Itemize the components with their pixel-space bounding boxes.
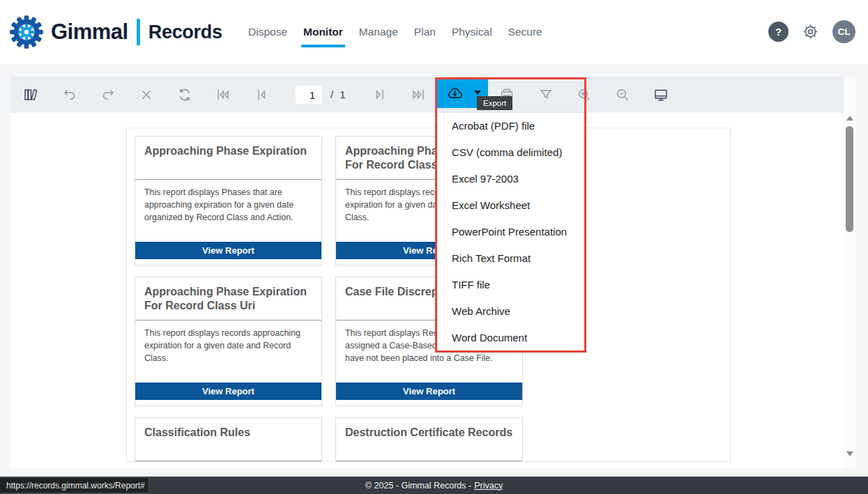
nav-item[interactable]: Plan bbox=[413, 23, 436, 41]
zoom-in-icon[interactable] bbox=[576, 86, 593, 103]
scroll-up-arrow-icon[interactable] bbox=[846, 116, 853, 121]
page-total-label: /1 bbox=[330, 86, 346, 104]
document-map-icon[interactable] bbox=[22, 86, 39, 103]
nav-item[interactable]: Manage bbox=[358, 23, 399, 41]
export-menu-item[interactable]: Acrobat (PDF) file bbox=[436, 113, 584, 139]
report-toolbar bbox=[10, 77, 844, 113]
print-layout-icon[interactable] bbox=[653, 86, 669, 103]
privacy-link[interactable]: Privacy bbox=[474, 481, 503, 491]
nav-item[interactable]: Physical bbox=[451, 23, 493, 41]
app-header: Gimmal Records Dispose Monitor Manage Pl… bbox=[0, 0, 868, 64]
report-card-description: This report displays Phases that are app… bbox=[135, 180, 321, 242]
report-card: Approaching Phase Expiration This report… bbox=[135, 136, 322, 265]
active-tab-underline bbox=[301, 45, 345, 47]
export-menu-item[interactable]: Word Document bbox=[436, 324, 584, 350]
export-menu-item[interactable]: Excel Worksheet bbox=[436, 192, 584, 219]
brand-name: Gimmal bbox=[51, 20, 128, 45]
report-card-description: This report displays records approaching… bbox=[135, 321, 321, 383]
brand-separator bbox=[137, 19, 140, 45]
main-nav: Dispose Monitor Manage Plan Physical bbox=[248, 0, 543, 64]
copyright-text: © 2025 - Gimmal Records - bbox=[365, 481, 471, 491]
export-tooltip: Export bbox=[477, 96, 512, 110]
cloud-download-icon bbox=[446, 84, 464, 103]
export-menu-item[interactable]: Web Archive bbox=[436, 298, 584, 324]
report-card-title: Approaching Phase Expiration bbox=[135, 137, 321, 180]
first-page-icon[interactable] bbox=[215, 86, 231, 103]
report-card: Classification Rules View the rules whic… bbox=[135, 417, 322, 462]
view-report-button[interactable]: View Report bbox=[135, 383, 321, 400]
settings-gear-icon[interactable] bbox=[801, 22, 820, 41]
view-report-button[interactable]: View Report bbox=[336, 383, 522, 400]
nav-item[interactable]: Monitor bbox=[303, 23, 344, 41]
nav-item[interactable]: Secure bbox=[508, 23, 543, 41]
scrollbar-thumb[interactable] bbox=[846, 126, 853, 232]
cancel-icon[interactable] bbox=[138, 86, 155, 103]
view-report-button[interactable]: View Report bbox=[135, 242, 321, 259]
report-card-title: Approaching Phase Expiration For Record … bbox=[135, 277, 321, 321]
next-page-icon[interactable] bbox=[372, 86, 388, 103]
brand: Gimmal Records bbox=[8, 0, 222, 64]
scroll-down-arrow-icon[interactable] bbox=[846, 451, 853, 456]
status-bar-url: https://records.gimmal.works/Report# bbox=[0, 477, 149, 493]
report-card-description: View the rules which classify records in… bbox=[135, 461, 321, 462]
export-menu-item[interactable]: PowerPoint Presentation bbox=[436, 219, 584, 245]
export-menu-item[interactable]: CSV (comma delimited) bbox=[436, 139, 584, 166]
export-menu-item[interactable]: Rich Text Format bbox=[436, 245, 584, 271]
undo-icon[interactable] bbox=[61, 86, 78, 103]
export-caret-icon bbox=[474, 91, 481, 95]
export-menu: Acrobat (PDF) file CSV (comma delimited)… bbox=[436, 113, 584, 350]
report-card-title: Destruction Certificate Records bbox=[336, 418, 522, 461]
refresh-icon[interactable] bbox=[176, 86, 193, 103]
page-number-input[interactable] bbox=[296, 86, 322, 104]
brand-product: Records bbox=[149, 22, 222, 43]
report-card-grid: Approaching Phase Expiration This report… bbox=[126, 128, 731, 462]
export-menu-item[interactable]: Excel 97-2003 bbox=[436, 166, 584, 192]
gimmal-logo-gear-icon bbox=[8, 14, 45, 50]
report-card: Approaching Phase Expiration For Record … bbox=[135, 277, 322, 406]
redo-icon[interactable] bbox=[100, 86, 116, 103]
help-icon[interactable]: ? bbox=[768, 22, 789, 42]
report-card-title: Classification Rules bbox=[135, 418, 321, 461]
report-card: Destruction Certificate Records This rep… bbox=[335, 417, 523, 462]
report-card-description: This report shows Archived Records for a… bbox=[336, 461, 522, 462]
nav-item[interactable]: Dispose bbox=[248, 23, 288, 41]
zoom-out-icon[interactable] bbox=[614, 86, 631, 103]
last-page-icon[interactable] bbox=[410, 86, 427, 103]
filter-icon[interactable] bbox=[538, 86, 554, 103]
user-avatar[interactable]: CL bbox=[832, 20, 855, 43]
export-menu-item[interactable]: TIFF file bbox=[436, 271, 584, 298]
previous-page-icon[interactable] bbox=[253, 86, 270, 103]
